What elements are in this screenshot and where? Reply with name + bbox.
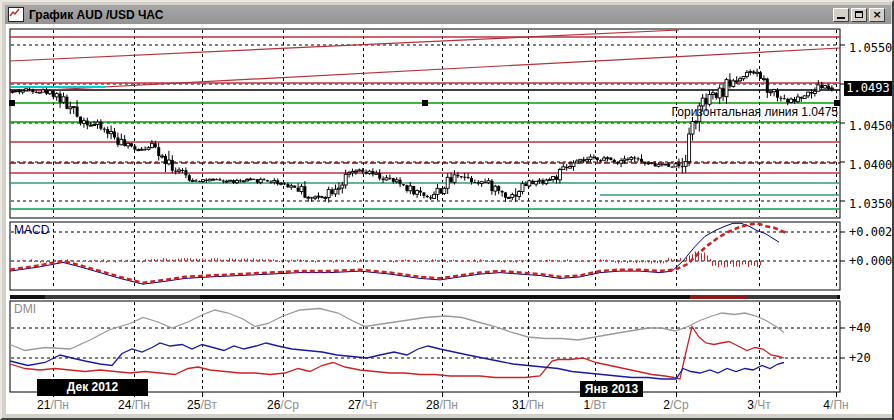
price-tick-label: 1.0550 [849,41,892,55]
current-price-marker: 1.0493 [844,81,892,96]
dmi-tick-label: +20 [849,351,871,365]
time-tick-label: 25/Вт [187,398,217,412]
time-tick-label: 21/Пн [37,398,69,412]
price-tick-label: 1.0400 [849,158,892,172]
time-tick-label: 1/Вт [583,398,606,412]
time-tick-label: 26/Ср [267,398,299,412]
horizontal-line-annotation: Горизонтальная линия 1.0475 [0,105,838,119]
macd-tick-label: +0.002 [849,225,892,239]
time-tick-label: 3/Чт [747,398,771,412]
time-tick-label: 24/Пн [118,398,150,412]
dmi-indicator-label: DMI [14,302,36,316]
time-tick-label: 4/Пн [823,398,848,412]
macd-indicator-label: MACD [14,223,49,237]
dmi-tick-label: +40 [849,321,871,335]
macd-tick-label: +0.000 [849,254,892,268]
chart-canvas[interactable] [0,0,894,420]
time-tick-label: 31/Пн [512,398,544,412]
price-tick-label: 1.0450 [849,119,892,133]
separator-strip [10,295,840,299]
time-tick-label: 2/Ср [663,398,688,412]
month-label-dec2012: Дек 2012 [37,379,148,396]
price-tick-label: 1.0350 [849,197,892,211]
month-label-jan2013: Янв 2013 [580,381,643,397]
time-tick-label: 28/Пн [426,398,458,412]
time-tick-label: 27/Чт [348,398,378,412]
